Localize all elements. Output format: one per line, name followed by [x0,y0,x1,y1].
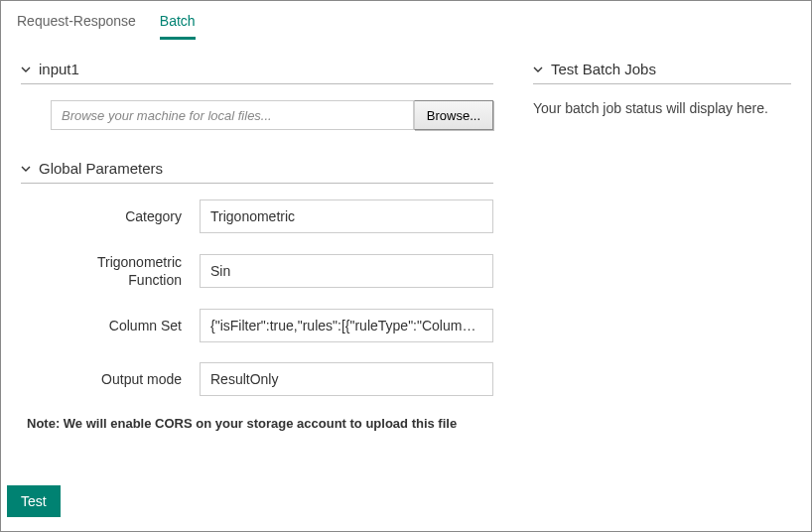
browse-button[interactable]: Browse... [414,100,493,130]
input-column-set[interactable] [200,309,493,342]
tab-batch[interactable]: Batch [160,9,196,40]
cors-note: Note: We will enable CORS on your storag… [27,416,493,431]
label-category: Category [51,208,200,224]
file-upload-row: Browse your machine for local files... B… [51,100,493,130]
test-button[interactable]: Test [7,485,61,517]
input-category[interactable] [200,200,493,233]
input-output-mode[interactable] [200,362,493,396]
tab-request-response[interactable]: Request-Response [17,9,136,39]
section-title-input1: input1 [39,61,79,77]
section-header-input1[interactable]: input1 [21,55,493,84]
tab-bar: Request-Response Batch [1,1,811,39]
section-header-global-params[interactable]: Global Parameters [21,154,493,184]
section-header-test-jobs[interactable]: Test Batch Jobs [533,55,791,84]
section-title-test-jobs: Test Batch Jobs [551,61,656,77]
label-column-set: Column Set [51,318,200,333]
section-title-global-params: Global Parameters [39,160,163,177]
chevron-down-icon [533,65,543,74]
batch-status-text: Your batch job status will display here. [533,100,791,116]
chevron-down-icon [21,164,31,174]
chevron-down-icon [21,65,31,74]
label-trig-fn: Trigonometric Function [51,253,200,289]
file-path-input[interactable]: Browse your machine for local files... [51,100,414,130]
label-output-mode: Output mode [51,371,200,387]
input-trig-fn[interactable] [200,254,493,288]
